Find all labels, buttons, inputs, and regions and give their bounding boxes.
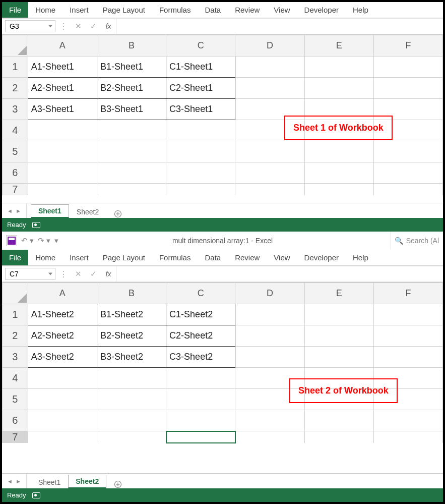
cell[interactable] [235,431,304,443]
ribbon-tab-formulas[interactable]: Formulas [152,250,198,265]
col-header-b[interactable]: B [97,35,166,57]
macro-record-icon[interactable] [32,492,40,498]
select-all-corner[interactable] [3,283,28,304]
add-sheet-icon[interactable] [111,210,124,218]
cell[interactable] [166,410,235,431]
cell[interactable] [304,325,373,347]
col-header-c[interactable]: C [166,35,235,57]
insert-function-icon[interactable]: fx [101,19,116,34]
ribbon-tab-insert[interactable]: Insert [62,250,96,265]
cell[interactable]: A2-Sheet2 [28,325,97,347]
select-all-corner[interactable] [3,35,28,57]
cell[interactable] [97,162,166,184]
ribbon-tab-developer[interactable]: Developer [297,2,346,18]
undo-button[interactable]: ↶ ▾ [21,236,34,245]
col-header-b[interactable]: B [97,283,166,304]
ribbon-tab-formulas[interactable]: Formulas [152,2,198,18]
cancel-formula-icon[interactable]: ✕ [71,19,86,34]
save-button[interactable] [6,235,17,246]
cell[interactable] [304,162,373,184]
cell[interactable] [97,389,166,410]
cell[interactable]: C1-Sheet2 [166,304,235,325]
ribbon-tab-page-layout[interactable]: Page Layout [96,250,152,265]
cell[interactable] [373,141,442,162]
cell[interactable]: C2-Sheet2 [166,325,235,347]
cell[interactable] [373,162,442,184]
worksheet-grid[interactable]: A B C D E F 1 A1-Sheet1 B1-Sheet1 C1-She… [2,34,443,203]
row-header-7[interactable]: 7 [3,431,28,443]
macro-record-icon[interactable] [32,222,40,228]
cell[interactable]: B3-Sheet2 [97,347,166,368]
cell[interactable] [166,389,235,410]
cell[interactable] [235,184,304,196]
col-header-f[interactable]: F [373,283,442,304]
cell[interactable] [235,347,304,368]
cell[interactable]: A3-Sheet1 [28,99,97,120]
enter-formula-icon[interactable]: ✓ [86,19,101,34]
row-header-6[interactable]: 6 [3,410,28,431]
cell[interactable] [97,141,166,162]
ribbon-tab-developer[interactable]: Developer [297,250,346,265]
cell[interactable] [373,78,442,99]
cell[interactable] [28,162,97,184]
cell[interactable]: B2-Sheet1 [97,78,166,99]
ribbon-tab-review[interactable]: Review [228,250,267,265]
add-sheet-icon[interactable] [111,480,124,488]
col-header-c[interactable]: C [166,283,235,304]
cell[interactable] [28,368,97,389]
formula-input[interactable] [116,266,443,282]
cell[interactable]: B1-Sheet2 [97,304,166,325]
cell[interactable]: A3-Sheet2 [28,347,97,368]
col-header-a[interactable]: A [28,283,97,304]
cell[interactable] [235,57,304,78]
row-header-5[interactable]: 5 [3,389,28,410]
name-box[interactable]: G3 [5,20,55,32]
ribbon-tab-help[interactable]: Help [346,2,375,18]
cell[interactable] [97,120,166,141]
row-header-3[interactable]: 3 [3,99,28,120]
sheet-nav[interactable]: ◄ ► [2,203,27,218]
cancel-formula-icon[interactable]: ✕ [71,266,86,282]
row-header-2[interactable]: 2 [3,325,28,347]
sheet-tab-sheet1[interactable]: Sheet1 [31,476,68,488]
cell[interactable] [304,304,373,325]
formula-input[interactable] [116,19,443,34]
ribbon-tab-file[interactable]: File [2,2,28,18]
ribbon-tab-data[interactable]: Data [198,250,228,265]
cell[interactable] [304,141,373,162]
cell[interactable]: C3-Sheet1 [166,99,235,120]
col-header-e[interactable]: E [304,283,373,304]
worksheet-grid[interactable]: A B C D E F 1 A1-Sheet2 B1-Sheet2 C1-She… [2,282,443,473]
row-header-2[interactable]: 2 [3,78,28,99]
ribbon-tab-home[interactable]: Home [28,250,62,265]
cell[interactable]: A2-Sheet1 [28,78,97,99]
row-header-1[interactable]: 1 [3,304,28,325]
ribbon-tab-review[interactable]: Review [228,2,267,18]
qat-customize-icon[interactable]: ▾ [54,236,58,245]
cell[interactable] [304,347,373,368]
cell[interactable]: C3-Sheet2 [166,347,235,368]
cell[interactable]: B1-Sheet1 [97,57,166,78]
cell[interactable] [373,325,442,347]
ribbon-tab-data[interactable]: Data [198,2,228,18]
cell[interactable] [166,162,235,184]
cell[interactable] [97,184,166,196]
cell[interactable] [373,347,442,368]
cell[interactable] [28,410,97,431]
cell[interactable] [235,325,304,347]
col-header-d[interactable]: D [235,35,304,57]
col-header-f[interactable]: F [373,35,442,57]
ribbon-tab-page-layout[interactable]: Page Layout [96,2,152,18]
cell[interactable] [304,57,373,78]
cell[interactable] [304,431,373,443]
sheet-tab-sheet1[interactable]: Sheet1 [31,204,69,218]
ribbon-tab-view[interactable]: View [267,250,297,265]
cell[interactable]: B3-Sheet1 [97,99,166,120]
cell-selected[interactable] [166,431,235,443]
cell[interactable] [166,184,235,196]
cell[interactable] [28,120,97,141]
cell[interactable]: B2-Sheet2 [97,325,166,347]
cell[interactable] [97,410,166,431]
sheet-tab-sheet2[interactable]: Sheet2 [68,475,106,489]
cell[interactable] [166,120,235,141]
